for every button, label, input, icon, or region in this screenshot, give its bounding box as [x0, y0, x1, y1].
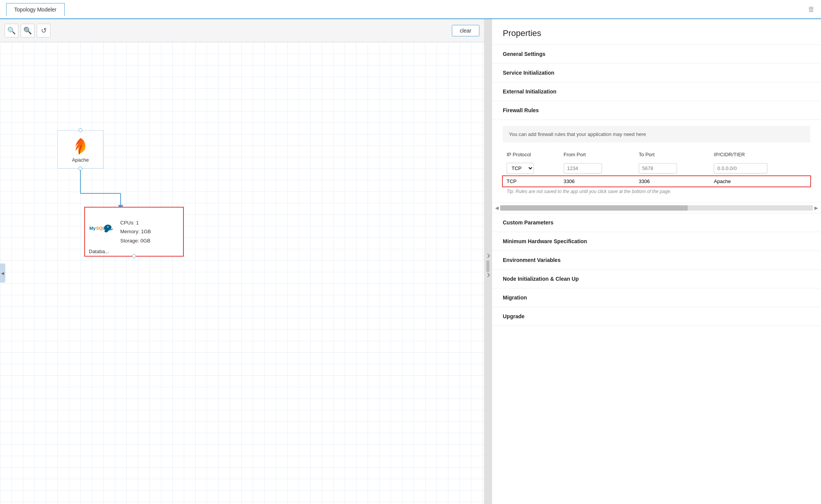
firewall-table: IP Protocol From Port To Port IP/CIDR/TI… — [503, 149, 810, 187]
zoom-out-icon: 🔍 — [23, 26, 32, 35]
col-protocol: IP Protocol — [503, 149, 560, 160]
zoom-in-icon: 🔍 — [7, 26, 16, 35]
scroll-right-arrow[interactable]: ▶ — [814, 205, 818, 211]
col-to-port: To Port — [635, 149, 710, 160]
zoom-out-button[interactable]: 🔍 — [21, 24, 34, 38]
apache-node[interactable]: Apache — [57, 130, 103, 169]
svg-text:SQL: SQL — [96, 226, 105, 231]
mysql-memory: Memory: 1GB — [120, 227, 151, 236]
col-cidr: IP/CIDR/TIER — [710, 149, 810, 160]
cidr-input[interactable] — [714, 163, 767, 173]
mysql-cpus: CPUs: 1 — [120, 218, 151, 227]
properties-panel: Properties General Settings Service Init… — [492, 19, 821, 504]
canvas[interactable]: Apache My SQL — [0, 42, 484, 504]
section-firewall-rules[interactable]: Firewall Rules — [492, 101, 821, 120]
title-bar: Topology Modeler 🗑 — [0, 0, 821, 19]
apache-top-dot — [79, 128, 82, 132]
title-bar-actions: 🗑 — [808, 5, 815, 13]
rule-protocol-0: TCP — [503, 176, 560, 187]
connector-svg — [0, 42, 484, 504]
firewall-tip: Tip: Rules are not saved to the app unti… — [503, 187, 810, 196]
mysql-node[interactable]: My SQL CPUs: 1 Memory: 1GB Storage: 0GB … — [84, 207, 184, 257]
from-port-input[interactable] — [564, 163, 602, 173]
firewall-content: You can add firewall rules that your app… — [492, 120, 821, 203]
left-handle[interactable]: ◀ — [0, 263, 5, 283]
mysql-label: Databa... — [89, 249, 109, 254]
mysql-storage: Storage: 0GB — [120, 236, 151, 245]
panel-divider[interactable] — [484, 19, 492, 504]
title-tab: Topology Modeler — [6, 3, 65, 16]
apache-label: Apache — [72, 157, 89, 163]
firewall-rule-row-0[interactable]: TCP 3306 3306 Apache — [503, 176, 810, 187]
zoom-in-button[interactable]: 🔍 — [5, 24, 18, 38]
svg-text:My: My — [90, 226, 96, 231]
section-service-init[interactable]: Service Initialization — [492, 64, 821, 82]
firewall-hint: You can add firewall rules that your app… — [503, 126, 810, 142]
scrollbar-thumb — [500, 205, 688, 211]
section-env-vars[interactable]: Environment Variables — [492, 251, 821, 270]
toolbar: 🔍 🔍 ↺ clear — [0, 19, 484, 42]
section-external-init[interactable]: External Initialization — [492, 82, 821, 101]
scroll-left-arrow[interactable]: ◀ — [495, 205, 499, 211]
reset-icon: ↺ — [41, 26, 47, 35]
to-port-input[interactable] — [639, 163, 677, 173]
col-from-port: From Port — [560, 149, 635, 160]
mysql-node-info: CPUs: 1 Memory: 1GB Storage: 0GB — [120, 218, 151, 245]
section-custom-params[interactable]: Custom Parameters — [492, 213, 821, 232]
mysql-bottom-dot — [132, 254, 136, 258]
section-min-hardware[interactable]: Minimum Hardware Specification — [492, 232, 821, 251]
apache-icon — [71, 136, 90, 155]
section-general-settings[interactable]: General Settings — [492, 45, 821, 64]
protocol-select[interactable]: TCP UDP ICMP — [507, 163, 534, 174]
section-upgrade[interactable]: Upgrade — [492, 307, 821, 326]
horizontal-scrollbar[interactable]: ◀ ▶ — [492, 203, 821, 213]
rule-to-port-0: 3306 — [635, 176, 710, 187]
section-node-init[interactable]: Node Initialization & Clean Up — [492, 270, 821, 288]
properties-title: Properties — [492, 19, 821, 45]
canvas-area: 🔍 🔍 ↺ clear — [0, 19, 484, 504]
svg-point-6 — [107, 226, 108, 227]
main-area: 🔍 🔍 ↺ clear — [0, 19, 821, 504]
rule-cidr-0: Apache — [710, 176, 810, 187]
trash-icon[interactable]: 🗑 — [808, 5, 815, 13]
mysql-icon: My SQL — [89, 222, 116, 241]
reset-button[interactable]: ↺ — [37, 24, 51, 38]
left-handle-icon: ◀ — [1, 271, 4, 275]
app-title: Topology Modeler — [14, 7, 57, 13]
apache-bottom-dot — [79, 167, 82, 170]
clear-button[interactable]: clear — [452, 25, 479, 36]
scrollbar-track[interactable] — [500, 205, 813, 211]
firewall-input-row: TCP UDP ICMP — [503, 160, 810, 176]
section-migration[interactable]: Migration — [492, 288, 821, 307]
rule-from-port-0: 3306 — [560, 176, 635, 187]
